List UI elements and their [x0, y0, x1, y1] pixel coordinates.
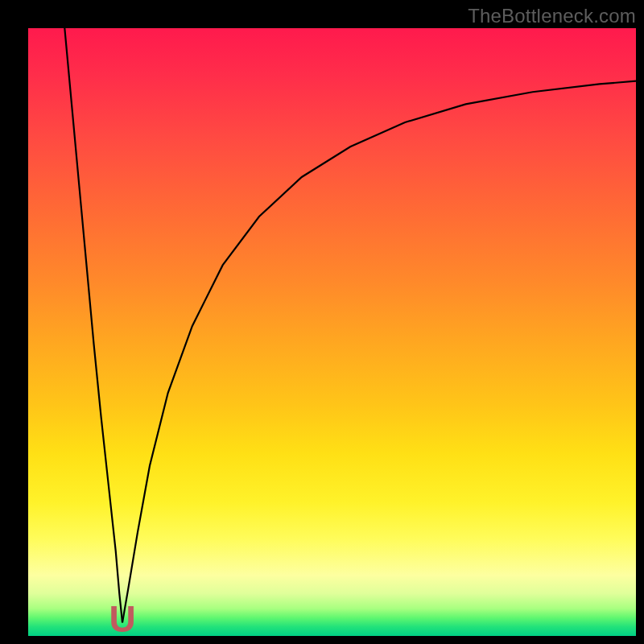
curve-left-branch: [64, 28, 122, 622]
plot-area: U: [28, 28, 636, 636]
watermark-text: TheBottleneck.com: [468, 5, 636, 27]
chart-frame: U TheBottleneck.com: [0, 0, 644, 644]
minimum-marker: U: [109, 601, 135, 636]
curve-right-branch: [122, 81, 636, 623]
bottleneck-curve: [28, 28, 636, 636]
